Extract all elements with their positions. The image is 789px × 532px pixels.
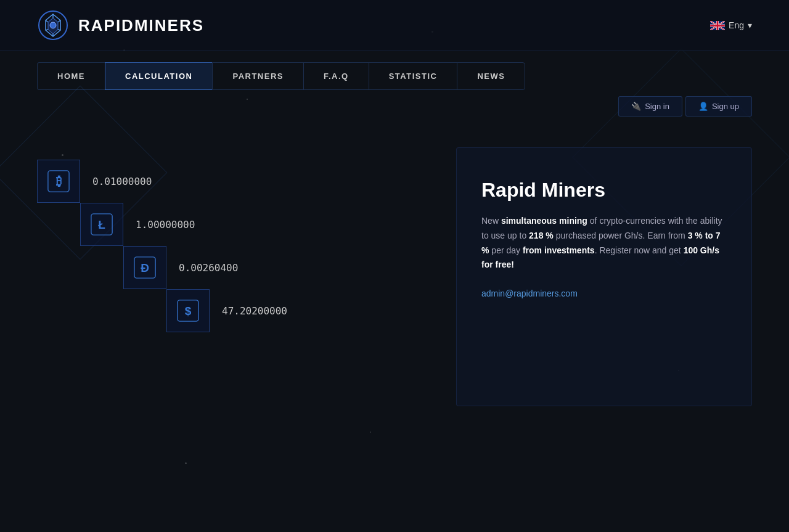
btc-icon-box: ₿: [37, 160, 80, 203]
bitcoin-icon: ₿: [47, 170, 70, 193]
dogecoin-icon: Ð: [133, 256, 157, 279]
ltc-value: 1.00000000: [136, 219, 195, 231]
nav-item-faq[interactable]: F.A.Q: [303, 62, 369, 90]
crypto-row-ltc: Ł 1.00000000: [80, 203, 431, 246]
logo-area: RAPIDMINERS: [37, 9, 204, 41]
info-description: New simultaneous mining of crypto-curren…: [481, 214, 727, 272]
particle: [370, 432, 371, 433]
crypto-row-btc: ₿ 0.01000000: [37, 160, 431, 203]
svg-rect-16: [717, 21, 719, 30]
logo-text: RAPIDMINERS: [78, 16, 204, 35]
nav-item-calculation[interactable]: CALCULATION: [105, 62, 212, 90]
svg-line-6: [46, 30, 48, 30]
svg-point-1: [50, 22, 56, 28]
logo-icon: [37, 9, 69, 41]
signup-button[interactable]: 👤 Sign up: [685, 96, 752, 117]
nav-item-news[interactable]: NEWS: [457, 62, 525, 90]
svg-text:Ð: Ð: [141, 261, 149, 274]
btc-value: 0.01000000: [92, 176, 152, 187]
ltc-icon-box: Ł: [80, 203, 123, 246]
header: RAPIDMINERS Eng ▾: [0, 0, 789, 51]
doge-icon-box: Ð: [123, 246, 166, 289]
navigation: HOME CALCULATION PARTNERS F.A.Q STATISTI…: [0, 51, 789, 90]
nav-item-partners[interactable]: PARTNERS: [212, 62, 303, 90]
dollar-icon: $: [176, 299, 200, 322]
main-content: ₿ 0.01000000 Ł 1.00000000 Ð: [0, 123, 789, 431]
nav-item-statistic[interactable]: STATISTIC: [369, 62, 457, 90]
crypto-panel: ₿ 0.01000000 Ł 1.00000000 Ð: [37, 147, 431, 406]
crypto-row-doge: Ð 0.00260400: [123, 246, 431, 289]
nav-item-home[interactable]: HOME: [37, 62, 105, 90]
lang-label: Eng: [729, 20, 744, 30]
language-selector[interactable]: Eng ▾: [710, 20, 752, 30]
svg-text:₿: ₿: [56, 175, 62, 188]
crypto-row-usd: $ 47.20200000: [166, 289, 431, 332]
svg-text:Ł: Ł: [98, 218, 105, 231]
usd-icon-box: $: [166, 289, 210, 332]
particle: [185, 462, 187, 464]
svg-line-4: [58, 30, 60, 30]
litecoin-icon: Ł: [90, 213, 113, 236]
usd-value: 47.20200000: [222, 305, 287, 317]
signin-button[interactable]: 🔌 Sign in: [618, 96, 682, 117]
chevron-down-icon: ▾: [748, 20, 752, 30]
flag-icon: [710, 21, 725, 30]
signin-icon: 🔌: [631, 102, 641, 111]
signup-icon: 👤: [698, 102, 708, 111]
auth-row: 🔌 Sign in 👤 Sign up: [0, 90, 789, 123]
contact-email[interactable]: admin@rapidminers.com: [481, 289, 578, 298]
info-title: Rapid Miners: [481, 179, 727, 202]
doge-value: 0.00260400: [179, 262, 238, 274]
svg-text:$: $: [185, 305, 192, 317]
info-panel: Rapid Miners New simultaneous mining of …: [456, 147, 752, 406]
